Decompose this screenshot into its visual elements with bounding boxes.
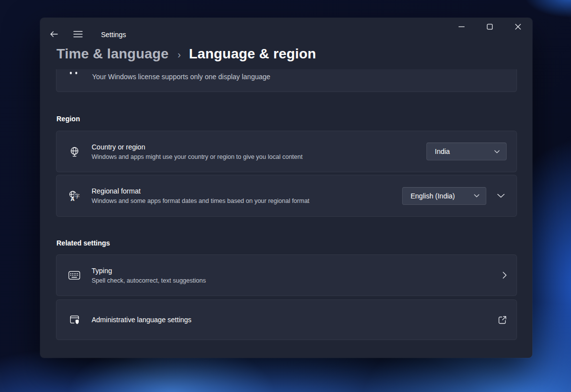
regional-format-row: 字 A Regional format Windows and some app…: [56, 175, 517, 217]
regional-format-dropdown-value: English (India): [411, 192, 455, 200]
close-button[interactable]: [507, 19, 529, 35]
partial-icon-dots: [70, 72, 92, 74]
format-row-text: Regional format Windows and some apps fo…: [92, 187, 402, 205]
back-button[interactable]: [47, 28, 61, 41]
keyboard-icon: [68, 271, 80, 280]
window-shield-icon: [68, 314, 80, 326]
breadcrumb: Time & language › Language & region: [56, 46, 316, 62]
license-notice-text: Your Windows license supports only one d…: [92, 73, 270, 81]
country-row-title: Country or region: [92, 143, 416, 151]
hamburger-icon: [73, 31, 83, 38]
typing-row-controls: [503, 272, 507, 279]
country-dropdown-value: India: [435, 147, 450, 155]
license-notice-row: Your Windows license supports only one d…: [56, 69, 517, 92]
expand-row-button[interactable]: [495, 192, 507, 200]
app-title: Settings: [101, 31, 126, 39]
maximize-button[interactable]: [478, 19, 501, 35]
section-header-related-settings: Related settings: [56, 239, 110, 247]
country-or-region-row: Country or region Windows and apps might…: [56, 131, 517, 172]
page-title: Language & region: [189, 46, 316, 62]
typing-row-text: Typing Spell check, autocorrect, text su…: [92, 266, 503, 285]
chevron-down-icon: [494, 150, 500, 153]
chevron-right-icon: [503, 272, 507, 279]
caption-controls: [450, 19, 529, 35]
breadcrumb-separator-icon: ›: [178, 49, 181, 60]
arrow-left-icon: [50, 31, 58, 38]
chevron-down-icon: [474, 194, 479, 197]
country-row-controls: India: [426, 143, 507, 160]
admin-row-text: Administrative language settings: [92, 315, 498, 324]
svg-text:A: A: [71, 196, 75, 201]
translate-globe-icon: 字 A: [68, 190, 80, 202]
administrative-language-settings-row[interactable]: Administrative language settings: [56, 299, 517, 340]
format-row-controls: English (India): [402, 187, 507, 205]
typing-row-subtitle: Spell check, autocorrect, text suggestio…: [92, 277, 493, 285]
svg-text:字: 字: [75, 193, 80, 198]
minimize-icon: [459, 26, 465, 27]
globe-icon: [68, 146, 80, 157]
chevron-down-icon: [497, 194, 505, 198]
country-row-text: Country or region Windows and apps might…: [92, 143, 426, 161]
admin-row-title: Administrative language settings: [92, 315, 488, 324]
country-row-subtitle: Windows and apps might use your country …: [92, 153, 416, 161]
typing-row[interactable]: Typing Spell check, autocorrect, text su…: [56, 254, 517, 296]
breadcrumb-time-language[interactable]: Time & language: [56, 46, 169, 62]
typing-row-title: Typing: [92, 266, 493, 275]
minimize-button[interactable]: [450, 19, 473, 35]
maximize-icon: [487, 24, 493, 30]
navigation-menu-button[interactable]: [71, 28, 85, 41]
country-dropdown[interactable]: India: [426, 143, 507, 160]
external-link-icon: [498, 316, 507, 324]
format-row-title: Regional format: [92, 187, 392, 196]
close-icon: [515, 24, 521, 30]
settings-window: Settings Time & language › Language & re…: [40, 18, 532, 358]
regional-format-dropdown[interactable]: English (India): [402, 187, 486, 205]
format-row-subtitle: Windows and some apps format dates and t…: [92, 197, 392, 205]
admin-row-controls: [498, 316, 507, 324]
section-header-region: Region: [56, 115, 80, 123]
